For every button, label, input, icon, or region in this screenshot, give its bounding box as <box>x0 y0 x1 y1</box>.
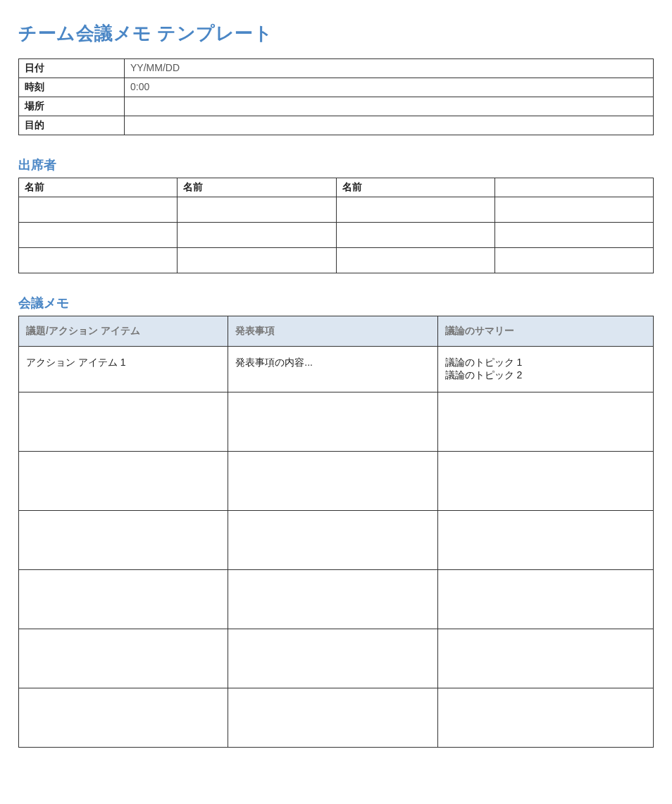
attendee-cell[interactable] <box>178 223 336 248</box>
notes-heading: 会議メモ <box>18 295 654 311</box>
attendee-row <box>19 223 654 248</box>
info-value-date[interactable]: YY/MM/DD <box>125 59 654 78</box>
info-table: 日付 YY/MM/DD 時刻 0:00 場所 目的 <box>18 58 654 135</box>
notes-cell-agenda[interactable]: アクション アイテム 1 <box>19 347 228 392</box>
info-row-date: 日付 YY/MM/DD <box>19 59 654 78</box>
notes-cell-summary[interactable] <box>437 629 653 688</box>
attendee-cell[interactable] <box>494 248 653 273</box>
notes-col-agenda: 議題/アクション アイテム <box>19 316 228 347</box>
attendees-col-2: 名前 <box>178 178 336 197</box>
attendee-cell[interactable] <box>336 223 494 248</box>
attendee-row <box>19 197 654 223</box>
info-value-time[interactable]: 0:00 <box>125 78 654 97</box>
info-label-purpose: 目的 <box>19 116 125 135</box>
info-row-place: 場所 <box>19 97 654 116</box>
notes-cell-agenda[interactable] <box>19 452 228 511</box>
notes-cell-agenda[interactable] <box>19 629 228 688</box>
attendees-table: 名前 名前 名前 <box>18 178 654 273</box>
notes-cell-agenda[interactable] <box>19 688 228 748</box>
notes-cell-summary[interactable] <box>437 511 653 570</box>
notes-row <box>19 392 654 452</box>
attendee-cell[interactable] <box>178 197 336 223</box>
notes-col-summary: 議論のサマリー <box>437 316 653 347</box>
notes-row <box>19 452 654 511</box>
info-value-purpose[interactable] <box>125 116 654 135</box>
attendee-cell[interactable] <box>336 248 494 273</box>
attendees-col-1: 名前 <box>19 178 178 197</box>
attendee-cell[interactable] <box>336 197 494 223</box>
attendees-heading: 出席者 <box>18 156 654 173</box>
notes-row <box>19 688 654 748</box>
notes-cell-agenda[interactable] <box>19 392 228 452</box>
attendees-col-3: 名前 <box>336 178 494 197</box>
summary-topic: 議論のトピック 1 <box>445 357 646 369</box>
notes-row <box>19 629 654 688</box>
notes-row <box>19 511 654 570</box>
attendee-cell[interactable] <box>178 248 336 273</box>
attendee-row <box>19 248 654 273</box>
info-label-date: 日付 <box>19 59 125 78</box>
notes-cell-present[interactable] <box>228 629 437 688</box>
notes-table: 議題/アクション アイテム 発表事項 議論のサマリー アクション アイテム 1 … <box>18 316 654 748</box>
notes-cell-present[interactable] <box>228 688 437 748</box>
notes-cell-summary[interactable]: 議論のトピック 1 議論のトピック 2 <box>437 347 653 392</box>
attendee-cell[interactable] <box>19 197 178 223</box>
notes-cell-summary[interactable] <box>437 392 653 452</box>
notes-row <box>19 570 654 629</box>
notes-cell-present[interactable] <box>228 392 437 452</box>
notes-cell-present[interactable] <box>228 511 437 570</box>
attendee-cell[interactable] <box>19 223 178 248</box>
page-title: チーム会議メモ テンプレート <box>18 21 654 46</box>
notes-cell-summary[interactable] <box>437 570 653 629</box>
notes-cell-present[interactable]: 発表事項の内容... <box>228 347 437 392</box>
attendee-cell[interactable] <box>19 248 178 273</box>
attendees-col-4 <box>494 178 653 197</box>
info-label-place: 場所 <box>19 97 125 116</box>
notes-row: アクション アイテム 1 発表事項の内容... 議論のトピック 1 議論のトピッ… <box>19 347 654 392</box>
notes-cell-present[interactable] <box>228 570 437 629</box>
notes-cell-agenda[interactable] <box>19 511 228 570</box>
notes-cell-summary[interactable] <box>437 688 653 748</box>
info-row-time: 時刻 0:00 <box>19 78 654 97</box>
info-value-place[interactable] <box>125 97 654 116</box>
notes-cell-summary[interactable] <box>437 452 653 511</box>
attendee-cell[interactable] <box>494 197 653 223</box>
info-label-time: 時刻 <box>19 78 125 97</box>
notes-cell-agenda[interactable] <box>19 570 228 629</box>
notes-col-present: 発表事項 <box>228 316 437 347</box>
attendee-cell[interactable] <box>494 223 653 248</box>
notes-cell-present[interactable] <box>228 452 437 511</box>
info-row-purpose: 目的 <box>19 116 654 135</box>
summary-topic: 議論のトピック 2 <box>445 369 646 382</box>
